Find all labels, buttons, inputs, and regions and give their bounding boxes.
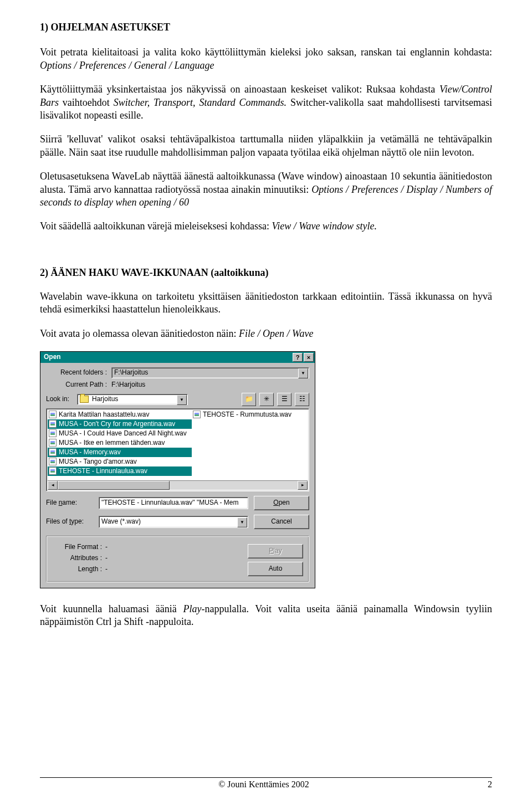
text: Voit petrata kielitaitoasi ja valita kok… xyxy=(40,47,492,58)
horizontal-scrollbar[interactable]: ◂ ▸ xyxy=(48,480,308,490)
wave-file-icon xyxy=(49,458,57,465)
new-folder-icon: ✳ xyxy=(264,395,269,404)
up-folder-button[interactable]: 📁 xyxy=(242,393,256,406)
wave-file-icon xyxy=(49,429,57,437)
scroll-right-button[interactable]: ▸ xyxy=(298,481,308,490)
chevron-down-icon[interactable]: ▼ xyxy=(177,395,187,405)
folder-icon xyxy=(80,396,89,403)
section1-p5: Voit säädellä aaltoikkunan värejä mielei… xyxy=(40,220,492,233)
text: Käyttöliittymää yksinkertaistaa jos näky… xyxy=(40,84,439,95)
filename-value: "TEHOSTE - Linnunlaulua.wav" "MUSA - Mem xyxy=(101,499,239,507)
section2-p1: Wavelabin wave-ikkuna on tarkoitetu yksi… xyxy=(40,290,492,316)
recent-folders-value: F:\Harjoitus xyxy=(114,368,148,377)
current-path-value: F:\Harjoitus xyxy=(111,381,145,389)
file-info-group: File Format :- Attributes :- Length :- P… xyxy=(46,536,309,582)
file-item[interactable]: Karita Mattilan haastattelu.wav xyxy=(48,410,192,419)
auto-button[interactable]: Auto xyxy=(248,562,303,576)
text: vaihtoehdot xyxy=(59,97,114,108)
section2-p3: Voit kuunnella haluamasi ääniä Play-napp… xyxy=(40,603,492,629)
filename-label: File name: xyxy=(46,499,99,507)
scroll-thumb[interactable] xyxy=(58,481,170,490)
section1-p1: Voit petrata kielitaitoasi ja valita kok… xyxy=(40,46,492,72)
text-italic: File / Open / Wave xyxy=(239,328,313,339)
section1-p4: Oletusasetuksena WaveLab näyttää äänestä… xyxy=(40,170,492,209)
wave-file-icon xyxy=(49,439,57,447)
section2-p2: Voit avata jo olemassa olevan äänitiedos… xyxy=(40,327,492,340)
file-item-label: MUSA - Don't Cry for me Argentina.wav xyxy=(59,420,175,429)
open-dialog: Open ? × Recent folders : F:\Harjoitus ▼… xyxy=(40,351,315,588)
lookin-combo[interactable]: Harjoitus ▼ xyxy=(77,394,188,405)
wave-file-icon xyxy=(193,411,201,418)
text: Voit kuunnella haluamasi ääniä xyxy=(40,603,183,614)
section2-title: 2) ÄÄNEN HAKU WAVE-IKKUNAAN (aaltoikkuna… xyxy=(40,266,492,279)
attributes-label: Attributes : xyxy=(52,554,105,563)
file-item-label: TEHOSTE - Rummutusta.wav xyxy=(203,411,291,419)
file-item[interactable]: MUSA - I Could Have Danced All Night.wav xyxy=(48,429,192,438)
text-italic: Play xyxy=(183,603,201,614)
fileformat-value: - xyxy=(105,543,108,552)
chevron-down-icon[interactable]: ▼ xyxy=(298,368,308,378)
file-item-label: MUSA - Memory.wav xyxy=(59,448,121,457)
lookin-label: Look in: xyxy=(46,395,77,404)
wave-file-icon xyxy=(49,448,57,456)
file-listbox[interactable]: Karita Mattilan haastattelu.wavMUSA - Do… xyxy=(46,408,309,491)
dialog-title: Open xyxy=(44,353,291,362)
file-item-label: Karita Mattilan haastattelu.wav xyxy=(59,411,149,419)
file-item[interactable]: TEHOSTE - Linnunlaulua.wav xyxy=(48,466,192,476)
page-number: 2 xyxy=(488,779,492,791)
details-view-button[interactable]: ☷ xyxy=(295,393,309,406)
file-item-label: MUSA - Tango d'amor.wav xyxy=(59,458,137,466)
close-button[interactable]: × xyxy=(304,353,314,362)
titlebar[interactable]: Open ? × xyxy=(40,352,315,363)
chevron-down-icon[interactable]: ▼ xyxy=(237,517,247,527)
length-value: - xyxy=(105,565,108,574)
scroll-left-button[interactable]: ◂ xyxy=(48,481,58,490)
text-italic: Options / Preferences / General / Langua… xyxy=(40,60,214,71)
text-italic: Switcher, Transport, Standard Commands. xyxy=(114,97,287,108)
text: Voit avata jo olemassa olevan äänitiedos… xyxy=(40,328,239,339)
page-footer: © Jouni Kenttämies 2002 2 xyxy=(40,777,492,791)
help-button[interactable]: ? xyxy=(293,353,303,362)
open-button[interactable]: Open xyxy=(254,496,309,510)
filetype-label: Files of type: xyxy=(46,517,99,526)
filetype-value: Wave (*.wav) xyxy=(101,517,141,526)
wave-file-icon xyxy=(49,467,57,475)
file-item[interactable]: MUSA - Tango d'amor.wav xyxy=(48,457,192,466)
section1-p2: Käyttöliittymää yksinkertaistaa jos näky… xyxy=(40,83,492,122)
file-item[interactable]: MUSA - Itke en lemmen tähden.wav xyxy=(48,438,192,448)
length-label: Length : xyxy=(52,565,105,574)
list-view-button[interactable]: ☰ xyxy=(277,393,291,406)
cancel-button[interactable]: Cancel xyxy=(254,515,309,529)
lookin-value: Harjoitus xyxy=(92,395,118,404)
text-italic: View / Wave window style. xyxy=(272,221,377,232)
current-path-label: Current Path : xyxy=(46,381,111,389)
attributes-value: - xyxy=(105,554,108,563)
new-folder-button[interactable]: ✳ xyxy=(259,393,274,406)
file-item-label: MUSA - I Could Have Danced All Night.wav xyxy=(59,429,187,438)
play-button[interactable]: Play xyxy=(248,544,303,558)
fileformat-label: File Format : xyxy=(52,543,105,552)
wave-file-icon xyxy=(49,420,57,428)
section1-p3: Siirrä 'kelluvat' valikot osaksi tehtävä… xyxy=(40,133,492,159)
up-folder-icon: 📁 xyxy=(245,395,253,404)
recent-folders-label: Recent folders : xyxy=(46,368,111,377)
details-icon: ☷ xyxy=(299,395,305,404)
footer-copyright: © Jouni Kenttämies 2002 xyxy=(40,779,488,791)
text: Voit säädellä aaltoikkunan värejä mielei… xyxy=(40,221,272,232)
file-item-label: TEHOSTE - Linnunlaulua.wav xyxy=(59,467,147,476)
wave-file-icon xyxy=(49,411,57,418)
file-item[interactable]: MUSA - Memory.wav xyxy=(48,448,192,457)
filename-input[interactable]: "TEHOSTE - Linnunlaulua.wav" "MUSA - Mem xyxy=(99,497,248,509)
file-item[interactable]: MUSA - Don't Cry for me Argentina.wav xyxy=(48,419,192,429)
recent-folders-combo[interactable]: F:\Harjoitus ▼ xyxy=(111,367,309,378)
list-icon: ☰ xyxy=(282,395,288,404)
section1-title: 1) OHJELMAN ASETUKSET xyxy=(40,21,492,34)
file-item-label: MUSA - Itke en lemmen tähden.wav xyxy=(59,439,165,448)
file-item[interactable]: TEHOSTE - Rummutusta.wav xyxy=(192,410,308,419)
filetype-combo[interactable]: Wave (*.wav) ▼ xyxy=(99,516,248,528)
